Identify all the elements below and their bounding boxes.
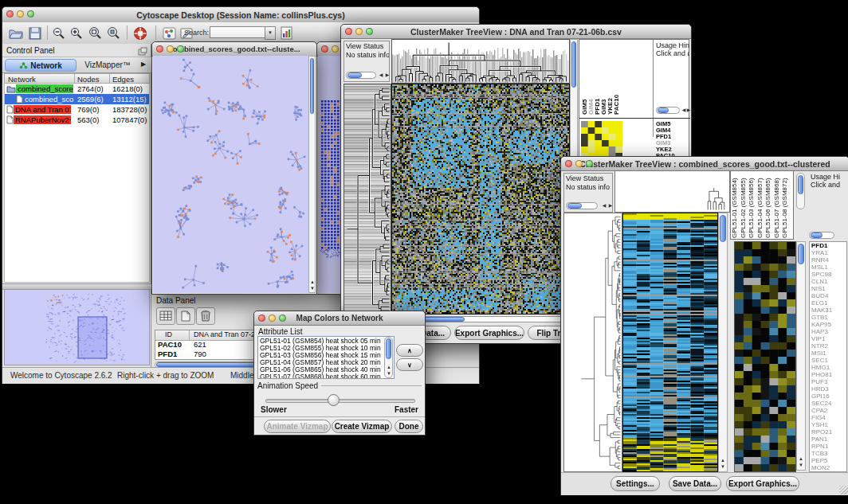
tv2-zoom-heatmap[interactable]	[734, 241, 796, 472]
network-canvas-1[interactable]	[153, 56, 308, 293]
scroll-right-icon[interactable]: ▶	[685, 107, 692, 113]
scroll-up-icon[interactable]: ▲	[720, 458, 726, 463]
move-down-button[interactable]: ∨	[396, 358, 423, 371]
gene-label[interactable]: GPI16	[811, 393, 846, 400]
gene-label[interactable]: TCB3	[811, 450, 846, 457]
move-up-button[interactable]: ∧	[396, 344, 423, 357]
gene-label[interactable]: HMG1	[811, 364, 846, 371]
zoom-button[interactable]	[586, 160, 593, 167]
gene-label[interactable]: MAK31	[811, 307, 846, 314]
tv1-column-dendrogram[interactable]	[391, 39, 570, 84]
zoom-button[interactable]	[366, 28, 373, 35]
gene-label[interactable]: NTR2	[811, 342, 846, 350]
tab-vizmapper[interactable]: VizMapper™	[79, 59, 136, 70]
network-row[interactable]: combined_scores2764(0)16218(0)	[5, 84, 149, 94]
network-row[interactable]: combined_sco2569(6)13112(15)	[5, 94, 149, 104]
close-button[interactable]	[321, 45, 328, 53]
tv2-row-dendrogram[interactable]	[563, 213, 622, 472]
plugin-modules-button[interactable]	[160, 25, 178, 41]
speed-slider-track[interactable]	[265, 399, 415, 403]
attribute-item[interactable]: GPL51-01 (GSM854) heat shock 05 min	[260, 338, 394, 345]
close-button[interactable]	[565, 160, 572, 167]
scroll-right-icon[interactable]: ▶	[384, 72, 390, 78]
gene-label[interactable]: SEC24	[811, 400, 846, 407]
speed-slider-thumb[interactable]	[328, 394, 340, 406]
tv1-heatmap[interactable]	[391, 84, 570, 315]
gene-label[interactable]: ELG1	[811, 299, 846, 307]
minimize-button[interactable]	[269, 315, 276, 322]
resize-grip[interactable]	[839, 486, 848, 494]
gene-label[interactable]: CLN1	[811, 278, 846, 285]
scroll-down-icon[interactable]: ▼	[309, 286, 316, 291]
gene-label[interactable]: PEP5	[811, 457, 846, 464]
gene-label[interactable]: FIG4	[811, 414, 846, 421]
tv2-settings-button[interactable]: Settings...	[610, 476, 660, 491]
network-row[interactable]: DNA and Tran 07769(0)183728(0)	[5, 104, 149, 115]
scroll-down-icon[interactable]: ▼	[720, 464, 726, 470]
tv2-status-scrollbar[interactable]	[566, 202, 598, 209]
gene-label[interactable]: RPO21	[811, 428, 846, 436]
gene-label[interactable]: RPN1	[811, 443, 846, 450]
gene-label[interactable]: MSL1	[811, 264, 846, 271]
report-button[interactable]	[278, 25, 296, 41]
network-row[interactable]: RNAPuberNov2+563(0)107847(0)	[5, 115, 149, 125]
attribute-list-scrollbar[interactable]: ▲ ▼	[384, 337, 393, 378]
tv2-save-data-button[interactable]: Save Data...	[669, 476, 721, 491]
tv2-genelist-scrollbar[interactable]	[809, 232, 834, 239]
close-button[interactable]	[6, 10, 14, 18]
gene-label[interactable]: PUF3	[811, 378, 846, 385]
attribute-item[interactable]: GPL51-06 (GSM865) heat shock 40 min	[260, 366, 394, 373]
attribute-item[interactable]: GPL51-07 (GSM868) heat shock 60 min	[260, 373, 394, 379]
treeview2-titlebar[interactable]: ClusterMaker TreeView : combined_scores_…	[561, 157, 848, 171]
gene-label[interactable]: MON2	[811, 464, 846, 471]
close-button[interactable]	[345, 28, 352, 35]
gene-label[interactable]: HRD3	[811, 385, 846, 393]
zoom-selected-button[interactable]	[104, 25, 122, 41]
treeview1-titlebar[interactable]: ClusterMaker TreeView : DNA and Tran 07-…	[341, 25, 691, 39]
animate-vizmap-button[interactable]: Animate Vizmap	[264, 420, 331, 433]
gene-label[interactable]: CPA2	[811, 407, 846, 414]
tv1-zoom-heatmap[interactable]	[581, 121, 622, 159]
tv1-row-dendrogram[interactable]	[344, 84, 391, 315]
gene-label[interactable]: NIS1	[811, 285, 846, 292]
tab-overflow-button[interactable]: ▶	[141, 61, 146, 68]
gene-label[interactable]: YRA1	[811, 249, 846, 256]
scroll-left-icon[interactable]: ◀	[378, 72, 384, 78]
gene-label[interactable]: MSI1	[811, 350, 846, 357]
gene-label[interactable]: PAN1	[811, 436, 846, 443]
gene-label[interactable]: PFD1	[811, 242, 846, 249]
scroll-down-icon[interactable]: ▼	[386, 371, 392, 377]
scroll-left-icon[interactable]: ◀	[601, 203, 607, 209]
zoom-fit-button[interactable]	[86, 25, 104, 41]
gene-label[interactable]: PHO81	[811, 371, 846, 378]
create-vizmap-button[interactable]: Create Vizmap	[332, 420, 392, 433]
delete-attribute-button[interactable]	[196, 307, 215, 325]
scroll-down-icon[interactable]: ▼	[798, 463, 804, 468]
tv2-vscrollbar[interactable]: ▲ ▼	[718, 213, 728, 472]
tv1-export-graphics-button[interactable]: Export Graphics...	[454, 326, 524, 340]
scroll-up-icon[interactable]: ▲	[309, 279, 316, 285]
birdseye-view[interactable]	[4, 289, 150, 365]
tv1-status-scrollbar[interactable]	[346, 72, 376, 79]
close-button[interactable]	[156, 45, 163, 53]
tv1-hints-scrollbar[interactable]	[656, 107, 680, 114]
zoom-button[interactable]	[279, 315, 286, 322]
minimize-button[interactable]	[575, 160, 583, 167]
open-session-button[interactable]	[7, 25, 25, 41]
zoom-in-button[interactable]	[68, 25, 85, 41]
attribute-item[interactable]: GPL51-02 (GSM855) heat shock 10 min	[260, 345, 394, 352]
minimize-button[interactable]	[355, 28, 363, 35]
dialog-titlebar[interactable]: Map Colors to Network	[254, 311, 425, 326]
scroll-up-icon[interactable]: ▲	[386, 365, 392, 370]
scroll-up-icon[interactable]: ▲	[798, 456, 804, 462]
gene-label[interactable]: SPC98	[811, 271, 846, 278]
attribute-item[interactable]: GPL51-03 (GSM856) heat shock 15 min	[260, 352, 394, 359]
tv2-label-scrollbar[interactable]	[796, 173, 805, 209]
tv2-zoom-vscrollbar[interactable]: ▲ ▼	[796, 241, 806, 471]
gene-label[interactable]: RNR4	[811, 256, 846, 264]
search-dropdown-button[interactable]: ▼	[265, 26, 276, 40]
tab-network[interactable]: Network	[5, 59, 77, 72]
done-button[interactable]: Done	[395, 420, 423, 433]
gene-label[interactable]: GTB1	[811, 314, 846, 321]
gene-label[interactable]: VIP1	[811, 335, 846, 342]
